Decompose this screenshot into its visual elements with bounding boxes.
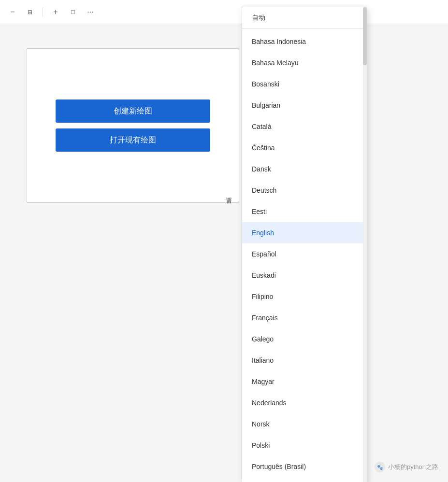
restore-button[interactable]: ⊟ (23, 5, 37, 19)
language-option-bulgarian[interactable]: Bulgarian (242, 95, 363, 116)
language-auto-option[interactable]: 自动 (242, 7, 363, 28)
language-option-portugues-brasil[interactable]: Português (Brasil) (242, 456, 363, 477)
dialog-card: 创建新绘图 打开现有绘图 语言 (27, 48, 239, 203)
language-dropdown[interactable]: 自动 Bahasa IndonesiaBahasa MelayuBosanski… (242, 7, 367, 482)
minimize-button[interactable]: − (6, 5, 19, 19)
language-option-bosanski[interactable]: Bosanski (242, 73, 363, 95)
dropdown-divider (242, 28, 363, 29)
language-option-bahasa-melayu[interactable]: Bahasa Melayu (242, 52, 363, 73)
create-diagram-button[interactable]: 创建新绘图 (56, 99, 210, 123)
more-icon: ··· (87, 8, 93, 16)
square-icon: □ (71, 8, 75, 15)
watermark: 🐾 小杨的python之路 (375, 462, 438, 472)
language-option-galego[interactable]: Galego (242, 328, 363, 350)
language-option-dansk[interactable]: Dansk (242, 158, 363, 180)
language-option-magyar[interactable]: Magyar (242, 371, 363, 392)
watermark-text: 小杨的python之路 (388, 463, 438, 471)
language-option-filipino[interactable]: Filipino (242, 286, 363, 307)
language-option-euskadi[interactable]: Euskadi (242, 265, 363, 286)
language-option-nederlands[interactable]: Nederlands (242, 392, 363, 413)
minus-icon: − (10, 8, 14, 16)
watermark-icon: 🐾 (375, 462, 385, 472)
language-option-bahasa-indonesia[interactable]: Bahasa Indonesia (242, 31, 363, 52)
language-option-francais[interactable]: Français (242, 307, 363, 328)
language-option-norsk[interactable]: Norsk (242, 413, 363, 435)
scrollbar-thumb[interactable] (363, 7, 367, 65)
more-button[interactable]: ··· (84, 5, 97, 19)
language-option-deutsch[interactable]: Deutsch (242, 180, 363, 201)
language-option-catala[interactable]: Català (242, 116, 363, 137)
language-option-english[interactable]: English (242, 222, 363, 243)
canvas-area: 创建新绘图 打开现有绘图 语言 (0, 24, 448, 482)
add-icon: + (53, 8, 58, 16)
open-diagram-button[interactable]: 打开现有绘图 (56, 128, 210, 152)
language-option-espanol[interactable]: Español (242, 243, 363, 265)
add-button[interactable]: + (49, 5, 62, 19)
language-option-eesti[interactable]: Eesti (242, 201, 363, 222)
square-button[interactable]: □ (66, 5, 80, 19)
dropdown-list: 自动 Bahasa IndonesiaBahasa MelayuBosanski… (242, 7, 367, 482)
restore-icon: ⊟ (28, 9, 32, 15)
dropdown-scrollbar[interactable] (363, 7, 367, 482)
toolbar-separator-1 (43, 7, 43, 17)
language-option-portugues-portugal[interactable]: Português (Portugal) (242, 477, 363, 482)
language-option-italiano[interactable]: Italiano (242, 350, 363, 371)
language-option-polski[interactable]: Polski (242, 435, 363, 456)
language-option-cestina[interactable]: Čeština (242, 137, 363, 158)
toolbar: − ⊟ + □ ··· (0, 0, 448, 24)
